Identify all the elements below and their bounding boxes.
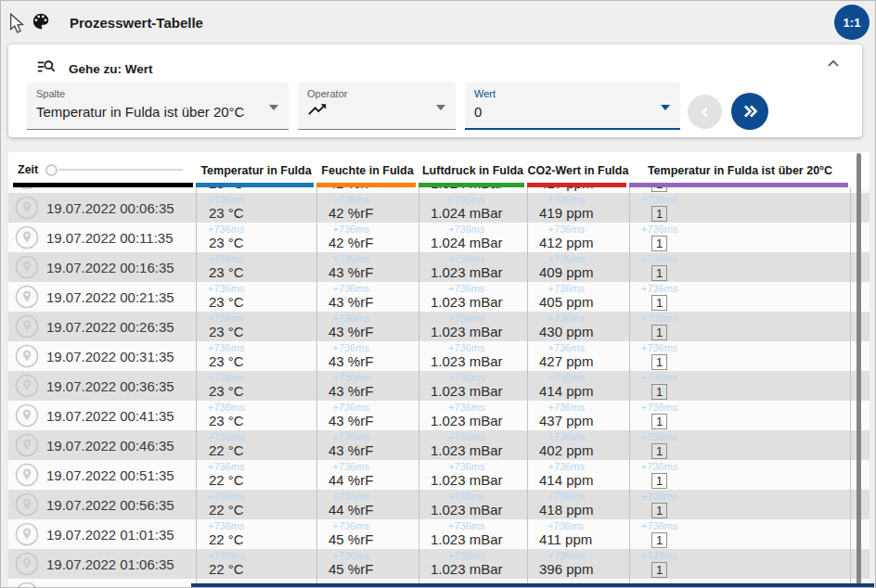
filter-header: Gehe zu: Wert [36, 57, 153, 81]
time-cell: 19.07.2022 00:11:35 [8, 223, 196, 252]
data-cell: +736ms1.023 mBar [419, 252, 527, 282]
table-row[interactable]: 19.07.2022 00:06:35+736ms23 °C+736ms42 %… [8, 193, 870, 223]
data-cell: +736ms1 [629, 252, 851, 282]
data-cell: +736ms430 ppm [527, 312, 629, 341]
table-row[interactable]: 19.07.2022 00:46:35+736ms22 °C+736ms43 %… [8, 430, 870, 460]
cell-value: 43 %rF [328, 294, 373, 310]
offset-label: +736ms [539, 372, 593, 383]
zoom-ratio-badge[interactable]: 1:1 [834, 5, 870, 40]
cell-value: 42 %rF [328, 187, 373, 191]
bool-value-box: 1 [651, 354, 667, 370]
cell-value: 43 %rF [328, 353, 373, 369]
data-cell: +736ms409 ppm [527, 252, 629, 282]
cell-value: 22 °C [208, 472, 244, 488]
cell-value: 23 °C [208, 413, 244, 428]
time-cell: 19.07.2022 01:01:35 [8, 519, 196, 549]
table-row[interactable]: 19.07.2022 00:26:35+736ms23 °C+736ms43 %… [8, 312, 870, 341]
goto-next-button[interactable] [731, 93, 768, 130]
data-cell: +736ms44 %rF [316, 460, 419, 490]
offset-label: +736ms [539, 283, 593, 294]
chevron-down-icon [269, 105, 278, 110]
cell-value: 45 %rF [328, 531, 373, 547]
offset-label: +736ms [431, 283, 503, 294]
cell-value: 430 ppm [539, 324, 593, 339]
cell-value: 1.023 mBar [431, 472, 503, 488]
location-pin-icon [15, 552, 39, 576]
goto-previous-button[interactable] [688, 95, 722, 129]
cell-value: 44 %rF [328, 472, 373, 488]
offset-label: +736ms [641, 253, 677, 264]
offset-label: +736ms [641, 402, 677, 413]
offset-label: +736ms [539, 491, 593, 502]
table-row[interactable]: 19.07.2022 00:51:35+736ms22 °C+736ms44 %… [8, 460, 870, 490]
cell-value: 417 ppm [539, 187, 593, 191]
cell-value: 43 %rF [328, 383, 373, 399]
column-header[interactable]: CO2-Wert in Fulda [527, 152, 629, 177]
column-header[interactable]: Feuchte in Fulda [316, 152, 419, 177]
data-cell: +736ms405 ppm [527, 282, 629, 312]
data-cell: +736ms42 %rF [316, 193, 419, 223]
table-row[interactable]: 19.07.2022 00:16:35+736ms23 °C+736ms43 %… [8, 252, 870, 282]
offset-label: +736ms [539, 342, 593, 353]
offset-label: +736ms [208, 431, 244, 442]
table-row[interactable]: 19.07.2022 00:41:35+736ms23 °C+736ms43 %… [8, 401, 870, 430]
table-row[interactable]: 19.07.2022 01:06:35+736ms22 °C+736ms45 %… [8, 549, 870, 579]
table-row[interactable]: 19.07.2022 00:31:35+736ms23 °C+736ms43 %… [8, 341, 870, 371]
location-pin-icon [15, 433, 39, 457]
location-pin-icon [15, 196, 39, 220]
cell-value: 1.023 mBar [431, 383, 503, 399]
offset-label: +736ms [208, 253, 244, 264]
table-row[interactable]: 19.07.2022 00:21:35+736ms23 °C+736ms43 %… [8, 282, 870, 312]
data-cell: +736ms1 [629, 549, 851, 579]
data-cell: +736ms1 [629, 282, 851, 312]
value-select[interactable]: Wert 0 [465, 83, 680, 130]
chevron-down-icon [436, 105, 445, 110]
bool-value-box: 1 [651, 562, 667, 578]
column-header[interactable]: Luftdruck in Fulda [419, 152, 527, 177]
column-header[interactable]: Temperatur in Fulda [196, 152, 316, 177]
offset-label: +736ms [208, 461, 244, 472]
table-row[interactable]: 19.07.2022 01:01:35+736ms22 °C+736ms45 %… [8, 519, 870, 549]
offset-label: +736ms [641, 491, 677, 502]
offset-label: +736ms [328, 461, 373, 472]
offset-label: +736ms [328, 402, 373, 413]
table-row[interactable]: 19.07.2022 00:11:35+736ms23 °C+736ms42 %… [8, 223, 870, 252]
offset-label: +736ms [641, 313, 677, 324]
row-timestamp: 19.07.2022 00:36:35 [46, 378, 174, 394]
operator-select[interactable]: Operator [298, 83, 456, 130]
offset-label: +736ms [208, 283, 244, 294]
row-timestamp: 19.07.2022 00:06:35 [46, 200, 174, 216]
offset-label: +736ms [431, 461, 503, 472]
offset-label: +736ms [431, 431, 503, 442]
offset-label: +736ms [431, 550, 503, 561]
mouse-cursor-icon [8, 13, 25, 37]
horizontal-scrollbar[interactable] [191, 583, 874, 587]
offset-label: +736ms [328, 372, 373, 383]
data-cell: +736ms22 °C [196, 490, 316, 519]
time-range-slider[interactable] [45, 164, 185, 175]
cell-value: 23 °C [208, 324, 244, 339]
data-cell: +736ms1 [629, 312, 851, 341]
data-cell: +736ms1.023 mBar [419, 519, 527, 549]
bool-value-box: 1 [651, 503, 667, 518]
collapse-chevron-up-icon[interactable] [827, 56, 840, 72]
trending-icon [307, 103, 328, 122]
data-cell: +736ms43 %rF [316, 371, 419, 401]
cell-value: 43 %rF [328, 413, 373, 428]
cell-value: 1.023 mBar [431, 413, 503, 428]
table-row[interactable]: 19.07.2022 00:56:35+736ms22 °C+736ms44 %… [8, 490, 870, 519]
offset-label: +736ms [328, 431, 373, 442]
palette-icon[interactable] [31, 11, 51, 35]
table-row[interactable]: 19.07.2022 00:36:35+736ms23 °C+736ms43 %… [8, 371, 870, 401]
column-select[interactable]: Spalte Temperatur in Fulda ist über 20°C [27, 83, 289, 130]
data-cell: +736ms1.023 mBar [419, 401, 527, 430]
data-cell: +736ms1.024 mBar [419, 223, 527, 252]
time-column-header[interactable]: Zeit [8, 152, 196, 177]
column-header[interactable]: Temperatur in Fulda ist über 20°C [629, 152, 851, 177]
row-timestamp: 19.07.2022 00:41:35 [46, 408, 174, 424]
column-select-value: Temperatur in Fulda ist über 20°C [36, 104, 244, 120]
offset-label: +736ms [431, 372, 503, 383]
slider-handle[interactable] [45, 164, 58, 176]
data-cell: +736ms1 [629, 341, 851, 371]
vertical-scrollbar[interactable] [857, 153, 861, 587]
